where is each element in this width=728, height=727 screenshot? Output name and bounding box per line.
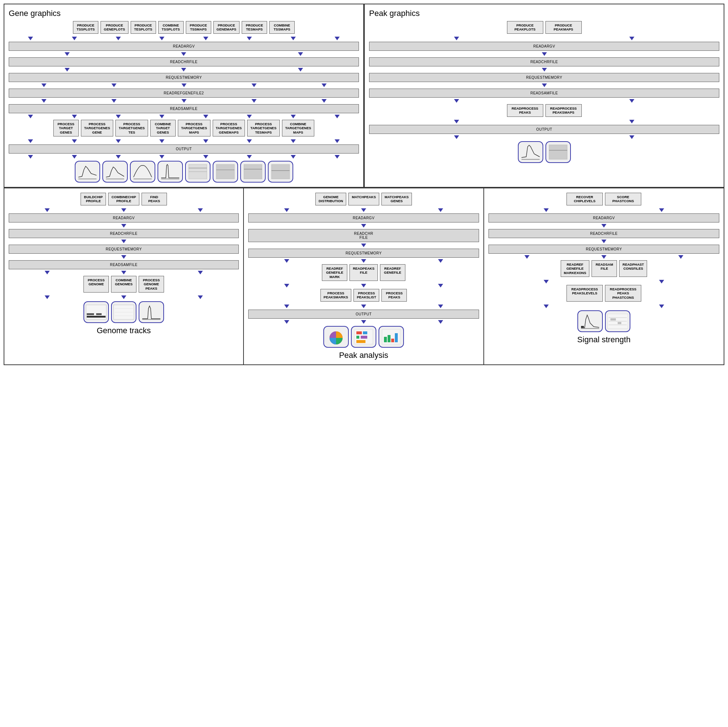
genome-thumbnail-2: [111, 301, 136, 323]
pa-arrow-2: [361, 208, 366, 212]
btn-process-genome[interactable]: PROCESSGENOME: [84, 276, 109, 292]
btn-readref-genefile[interactable]: READREFGENEFILE: [380, 264, 405, 281]
ss-arrow-6: [601, 255, 606, 259]
arrow-19: [321, 84, 327, 87]
arrow-21: [112, 99, 116, 103]
genome-readargv-bar: READARGV: [9, 213, 239, 222]
btn-process-genome-peaks[interactable]: PROCESSGENOMEPEAKS: [139, 276, 164, 292]
btn-combinechip-profile[interactable]: COMBINECHIPPROFILE: [108, 193, 139, 205]
arrow-34: [72, 139, 77, 143]
g-arrow-12: [198, 295, 203, 299]
btn-produce-tesplots[interactable]: PRODUCETESPLOTS: [131, 21, 156, 34]
btn-process-peakslist[interactable]: PROCESSPEAKSLIST: [353, 289, 379, 302]
btn-combine-tssplots[interactable]: COMBINETSSPLOTS: [158, 21, 184, 34]
arrow-41: [28, 155, 33, 159]
ss-arrow-7: [678, 255, 684, 259]
ss-arrow-3: [601, 224, 606, 228]
btn-produce-genemaps[interactable]: PRODUCEGENEMAPS: [213, 21, 240, 34]
pa-arrow-3: [438, 208, 443, 212]
pa-arrow-16: [361, 320, 366, 324]
btn-process-targetgenes-gene[interactable]: PROCESSTARGETGENESGENE: [81, 120, 113, 136]
btn-produce-peakplots[interactable]: PRODUCEPEAKPLOTS: [507, 21, 543, 34]
btn-process-targetgenes-tesmaps[interactable]: PROCESSTARGETGENESTESMAPS: [247, 120, 280, 136]
btn-find-peaks[interactable]: FINDPEAKS: [142, 193, 167, 205]
btn-combine-targetgenes-maps[interactable]: COMBINETARGETGENESMAPS: [282, 120, 315, 136]
arrow-27: [116, 115, 121, 118]
btn-process-peaks[interactable]: PROCESSPEAKS: [381, 289, 407, 302]
btn-process-targetgenes-genemaps[interactable]: PROCESSTARGETGENESGENEMAPS: [213, 120, 245, 136]
genome-readchrfile-bar: READCHRFILE: [9, 229, 239, 238]
btn-produce-tssmaps[interactable]: PRODUCETSSMAPS: [186, 21, 211, 34]
arrow-29: [203, 115, 208, 118]
arrow-38: [247, 139, 252, 143]
gene-requestmemory-bar: REQUESTMEMORY: [9, 73, 359, 82]
gene-arrow-row-2: [9, 52, 359, 57]
arrow-15: [41, 84, 46, 87]
g-arrow-10: [44, 295, 50, 299]
arrow-46: [247, 155, 252, 159]
btn-readprocess-peaks[interactable]: READPROCESSPEAKS: [507, 104, 543, 117]
pa-arrow-4: [361, 224, 366, 228]
btn-process-target-genes[interactable]: PROCESSTARGETGENES: [54, 120, 79, 136]
btn-combine-target-genes[interactable]: COMBINETARGETGENES: [150, 120, 176, 136]
btn-recover-chiplevels[interactable]: RECOVERCHIPLEVELS: [566, 193, 603, 205]
svg-rect-9: [244, 164, 262, 179]
gene-graphics-flow: PRODUCETSSPLOTS PRODUCEGENEPLOTS PRODUCE…: [9, 21, 359, 182]
btn-genome-distribution[interactable]: GENOMEDISTRIBUTION: [315, 193, 347, 205]
btn-combine-tssmaps[interactable]: COMBINETSSMAPS: [269, 21, 295, 34]
peak-arrow-row-2: [369, 98, 719, 103]
ss-thumbnail-1: [577, 310, 603, 332]
btn-process-targetgenes-tes[interactable]: PROCESSTARGETGENESTES: [115, 120, 148, 136]
svg-rect-27: [356, 331, 362, 334]
peak-arrow-2: [629, 37, 635, 40]
btn-readsam-file[interactable]: READSAMFILE: [592, 260, 617, 277]
thumbnail-5: [185, 161, 211, 182]
svg-rect-28: [363, 331, 367, 334]
arrow-20: [41, 99, 46, 103]
btn-process-peaksmarks[interactable]: PROCESSPEAKSMARKS: [320, 289, 352, 302]
pa-process-buttons-row1: READREFGENEFILEMARK READPEAKSFILE READRE…: [322, 264, 405, 281]
pa-readchrfile-bar: READCHRFILE: [248, 229, 479, 242]
btn-produce-tesmaps[interactable]: PRODUCETESMAPS: [242, 21, 267, 34]
btn-combine-genomes[interactable]: COMBINEGENOMES: [111, 276, 136, 292]
arrow-48: [335, 155, 340, 159]
gene-arrow-row-6: [9, 114, 359, 119]
btn-readpeaks-file[interactable]: READPEAKSFILE: [349, 264, 378, 281]
gene-arrow-row-4: [9, 83, 359, 88]
btn-score-phastcons[interactable]: SCOREPHASTCONS: [605, 193, 641, 205]
btn-produce-geneplots[interactable]: PRODUCEGENEPLOTS: [101, 21, 128, 34]
peak-arrow-11: [629, 135, 635, 139]
btn-readprocess-peakslevels[interactable]: READPROCESSPEAKSLEVELS: [566, 285, 603, 302]
genome-arrow-row-2: [9, 270, 239, 275]
btn-readprocess-peaksmaps[interactable]: READPROCESSPEAKSMAPS: [546, 104, 582, 117]
btn-produce-peakmaps[interactable]: PRODUCEPEAKMAPS: [546, 21, 582, 34]
arrow-13: [181, 68, 186, 72]
arrow-1: [28, 37, 33, 40]
genome-thumbnails-row: [84, 301, 164, 323]
arrow-37: [203, 139, 208, 143]
btn-readref-genefile-mark[interactable]: READREFGENEFILEMARK: [322, 264, 347, 281]
btn-readprocess-peaks-phastcons[interactable]: READPROCESSPEAKSPHASTCONS: [605, 285, 641, 302]
btn-process-targetgenes-maps[interactable]: PROCESSTARGETGENESMAPS: [178, 120, 211, 136]
arrow-10: [181, 52, 186, 56]
peak-arrow-7: [629, 99, 635, 103]
ss-arrow-row-3: [488, 279, 719, 284]
btn-readphast-consfiles[interactable]: READPHASTCONSFILES: [619, 260, 647, 277]
btn-produce-tssplots[interactable]: PRODUCETSSPLOTS: [73, 21, 98, 34]
pa-arrow-14: [438, 305, 443, 308]
btn-matchpeaks[interactable]: MATCHPEAKS: [349, 193, 379, 205]
gene-arrow-row-8: [9, 154, 359, 159]
pa-arrow-9: [284, 284, 289, 288]
arrow-18: [251, 84, 257, 87]
svg-rect-7: [216, 164, 234, 179]
genome-readsamfile-bar: READSAMFILE: [9, 260, 239, 269]
thumbnail-6: [213, 161, 238, 182]
pa-arrow-6: [284, 259, 289, 263]
g-arrow-8: [121, 271, 126, 274]
svg-rect-36: [395, 333, 398, 342]
peak-arrow-3: [542, 52, 547, 56]
btn-matchpeaks-genes[interactable]: MATCHPEAKSGENES: [381, 193, 412, 205]
svg-rect-44: [618, 322, 621, 324]
btn-readref-genefile-markexons[interactable]: READREFGENEFILEMARKEXONS: [561, 260, 590, 277]
btn-buildchip-profile[interactable]: BUILDCHIPPROFILE: [81, 193, 106, 205]
